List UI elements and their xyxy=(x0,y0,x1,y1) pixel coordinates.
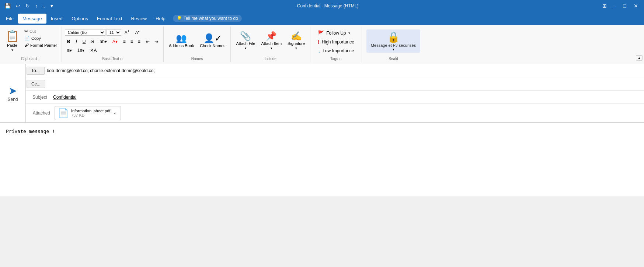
cc-input[interactable] xyxy=(46,80,644,88)
follow-up-label: Follow Up xyxy=(326,31,346,36)
seald-content: 🔒 Message et PJ sécurisés ▾ xyxy=(365,28,422,56)
signature-icon: ✍ xyxy=(291,32,302,41)
window-title: Confidential - Message (HTML) xyxy=(55,3,601,8)
attach-file-button[interactable]: 📎 Attach File ▾ xyxy=(234,28,257,54)
align-buttons: ≡ ≡ ≡ xyxy=(121,38,143,45)
bullets-button[interactable]: ≡▾ xyxy=(65,47,74,54)
tags-section: 🚩 Follow Up ▾ ! High Importance ↓ Low Im… xyxy=(313,28,359,56)
down-icon[interactable]: ↓ xyxy=(41,2,47,10)
format-painter-icon: 🖌 xyxy=(24,43,29,48)
copy-button[interactable]: 📄 Copy xyxy=(23,35,59,42)
tell-me-label: Tell me what you want to do xyxy=(184,16,238,21)
format-painter-button[interactable]: 🖌 Format Painter xyxy=(23,42,59,49)
seald-label: Message et PJ sécurisés xyxy=(371,43,416,48)
seald-dropdown-arrow: ▾ xyxy=(393,48,394,51)
clipboard-content: 📋 Paste ▾ ✂ Cut 📄 Copy 🖌 Format Painter xyxy=(3,28,59,56)
menu-bar: File Message Insert Options Format Text … xyxy=(0,12,644,25)
align-right-button[interactable]: ≡ xyxy=(136,38,143,45)
up-icon[interactable]: ↑ xyxy=(34,2,39,10)
seald-button[interactable]: 🔒 Message et PJ sécurisés ▾ xyxy=(366,29,420,53)
include-label: Include xyxy=(265,57,276,61)
attach-item-button[interactable]: 📌 Attach Item ▾ xyxy=(259,28,284,54)
increase-indent-button[interactable]: ⇥ xyxy=(152,38,160,45)
align-left-button[interactable]: ≡ xyxy=(121,38,128,45)
address-book-button[interactable]: 👥 Address Book xyxy=(167,28,196,54)
attachment-dropdown-icon[interactable]: ▾ xyxy=(114,111,116,115)
window-controls: ⊞ − □ ✕ xyxy=(601,2,641,10)
address-book-label: Address Book xyxy=(169,43,194,48)
highlight-button[interactable]: ab▾ xyxy=(97,38,109,45)
signature-button[interactable]: ✍ Signature ▾ xyxy=(285,28,307,54)
pdf-icon: 📄 xyxy=(58,108,69,118)
redo-icon[interactable]: ↻ xyxy=(24,2,31,10)
cc-field-row: Cc... xyxy=(26,77,644,91)
seald-group-label: Seald xyxy=(389,57,398,61)
to-button[interactable]: To... xyxy=(27,67,45,75)
underline-button[interactable]: U xyxy=(80,38,88,45)
save-icon[interactable]: 💾 xyxy=(3,2,12,10)
shrink-font-button[interactable]: A- xyxy=(133,28,142,36)
seald-group: 🔒 Message et PJ sécurisés ▾ Seald xyxy=(362,27,425,62)
grow-font-button[interactable]: A+ xyxy=(122,28,132,36)
paste-arrow: ▾ xyxy=(11,48,13,52)
high-importance-button[interactable]: ! High Importance xyxy=(316,38,356,46)
send-button[interactable]: ➤ Send xyxy=(0,64,26,122)
attach-file-label: Attach File xyxy=(236,41,255,46)
font-size-select[interactable]: 11 xyxy=(107,29,121,36)
attached-row: Attached 📄 Information_sheet.pdf 737 KB … xyxy=(26,104,644,122)
tags-expander[interactable]: ⊡ xyxy=(339,57,342,61)
clipboard-group: 📋 Paste ▾ ✂ Cut 📄 Copy 🖌 Format Painter xyxy=(0,27,62,62)
restore-button[interactable]: □ xyxy=(620,2,629,10)
clipboard-label: Clipboard ⊡ xyxy=(21,57,41,61)
high-importance-label: High Importance xyxy=(322,39,354,45)
low-importance-label: Low Importance xyxy=(323,48,354,53)
low-importance-button[interactable]: ↓ Low Importance xyxy=(316,47,356,55)
send-icon: ➤ xyxy=(8,85,17,97)
bold-button[interactable]: B xyxy=(65,38,73,45)
tell-me-bar[interactable]: 💡 Tell me what you want to do xyxy=(173,15,242,22)
font-row-2: B I U S ab▾ A▾ ≡ ≡ ≡ ⇤ ⇥ xyxy=(65,38,160,45)
to-input[interactable] xyxy=(45,67,644,75)
cut-button[interactable]: ✂ Cut xyxy=(23,28,59,35)
cc-button[interactable]: Cc... xyxy=(27,80,45,88)
tags-group: 🚩 Follow Up ▾ ! High Importance ↓ Low Im… xyxy=(310,27,362,62)
title-bar: 💾 ↩ ↻ ↑ ↓ ▾ Confidential - Message (HTML… xyxy=(0,0,644,12)
undo-icon[interactable]: ↩ xyxy=(14,2,22,10)
clipboard-small-btns: ✂ Cut 📄 Copy 🖌 Format Painter xyxy=(23,28,59,49)
close-button[interactable]: ✕ xyxy=(631,2,641,10)
menu-options[interactable]: Options xyxy=(67,14,93,24)
customise-icon[interactable]: ▾ xyxy=(49,2,55,10)
follow-up-button[interactable]: 🚩 Follow Up ▾ xyxy=(316,29,356,37)
subject-input[interactable] xyxy=(52,93,644,101)
clear-format-button[interactable]: ✕A xyxy=(88,47,99,54)
attach-file-icon: 📎 xyxy=(240,32,251,41)
menu-review[interactable]: Review xyxy=(126,14,151,24)
message-body[interactable] xyxy=(0,123,644,196)
align-center-button[interactable]: ≡ xyxy=(128,38,135,45)
high-importance-icon: ! xyxy=(318,39,320,45)
font-color-button[interactable]: A▾ xyxy=(110,38,120,45)
minimize-button[interactable]: − xyxy=(610,2,619,10)
menu-insert[interactable]: Insert xyxy=(46,14,67,24)
numbering-button[interactable]: 1≡▾ xyxy=(75,47,87,54)
basic-text-expander[interactable]: ⊡ xyxy=(120,57,123,61)
menu-message[interactable]: Message xyxy=(18,14,46,24)
font-family-select[interactable]: Calibri (Bo xyxy=(65,29,105,36)
attachment-item[interactable]: 📄 Information_sheet.pdf 737 KB ▾ xyxy=(55,106,121,120)
menu-help[interactable]: Help xyxy=(151,14,170,24)
follow-up-icon: 🚩 xyxy=(318,30,324,36)
lightbulb-icon: 💡 xyxy=(177,16,182,21)
window-layout-icon[interactable]: ⊞ xyxy=(601,2,608,10)
check-names-button[interactable]: 👤✓ Check Names xyxy=(198,28,227,54)
italic-button[interactable]: I xyxy=(73,38,79,45)
address-book-icon: 👥 xyxy=(176,34,187,43)
decrease-indent-button[interactable]: ⇤ xyxy=(144,38,152,45)
basic-text-label: Basic Text ⊡ xyxy=(102,57,123,61)
ribbon-expander-button[interactable]: ▲ xyxy=(636,55,643,61)
strikethrough-button[interactable]: S xyxy=(89,38,96,45)
ribbon: 📋 Paste ▾ ✂ Cut 📄 Copy 🖌 Format Painter xyxy=(0,25,644,64)
menu-file[interactable]: File xyxy=(1,14,18,24)
paste-button[interactable]: 📋 Paste ▾ xyxy=(3,28,21,53)
clipboard-expander[interactable]: ⊡ xyxy=(38,57,41,61)
menu-format-text[interactable]: Format Text xyxy=(93,14,126,24)
